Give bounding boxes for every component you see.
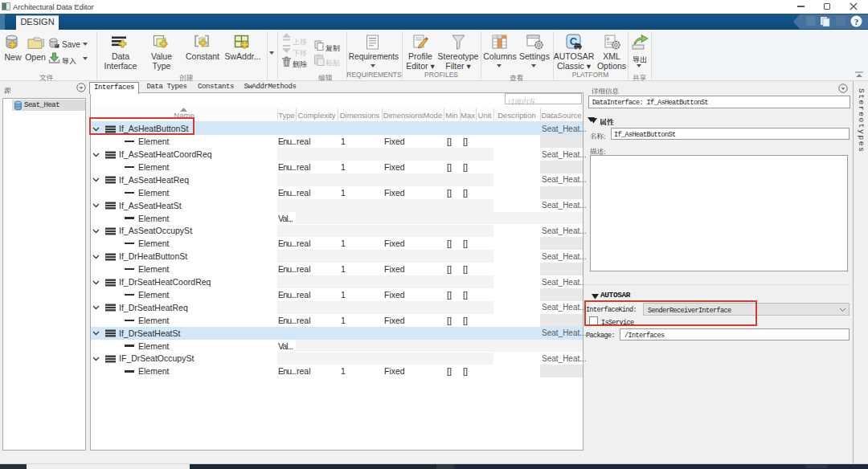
svg-text:?: ?	[854, 17, 859, 27]
